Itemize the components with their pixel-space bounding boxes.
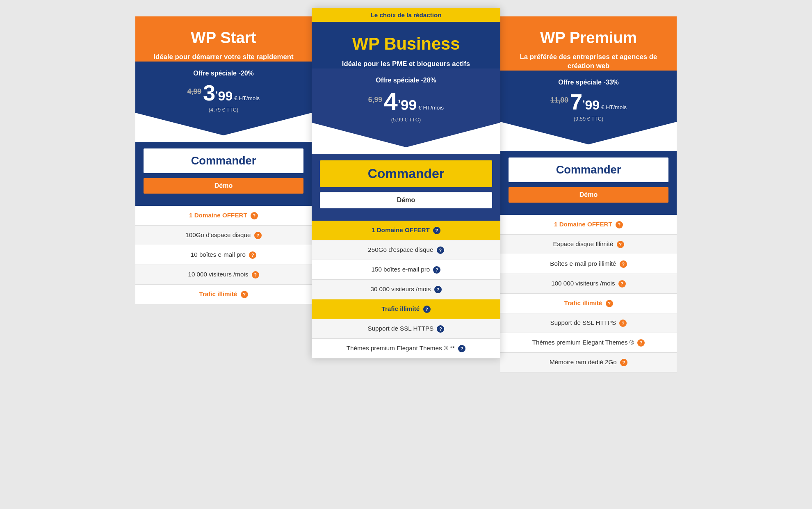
start-offer-label: Offre spéciale -20% xyxy=(144,70,303,77)
card-business-header: WP Business Idéale pour les PME et blogu… xyxy=(312,22,500,68)
premium-commander-button[interactable]: Commander xyxy=(509,157,668,182)
business-body-top: Commander Démo xyxy=(312,154,500,221)
plan-start-title: WP Start xyxy=(144,29,303,47)
card-wp-premium: WP Premium La préférée des entreprises e… xyxy=(500,16,677,372)
business-features: 1 Domaine OFFERT ? 250Go d'espace disque… xyxy=(312,221,500,358)
list-item: 250Go d'espace disque ? xyxy=(312,240,500,260)
premium-price-ttc: (9,59 € TTC) xyxy=(509,116,668,122)
list-item: Trafic illimité ? xyxy=(312,299,500,319)
question-icon[interactable]: ? xyxy=(433,266,440,274)
question-icon[interactable]: ? xyxy=(606,300,613,307)
business-price-old: 6,99 xyxy=(368,96,382,104)
question-icon[interactable]: ? xyxy=(437,325,444,333)
card-wp-start: WP Start Idéale pour démarrer votre site… xyxy=(135,16,312,304)
start-price-ttc: (4,79 € TTC) xyxy=(144,107,303,113)
business-offer-label: Offre spéciale -28% xyxy=(320,77,492,84)
list-item: Espace disque Illimité ? xyxy=(500,235,677,254)
business-commander-button[interactable]: Commander xyxy=(320,160,492,187)
start-chevron: Offre spéciale -20% 4,99 3,99 € HT/mois … xyxy=(135,62,312,113)
premium-price-suffix: € HT/mois xyxy=(601,104,627,111)
list-item: 1 Domaine OFFERT ? xyxy=(500,215,677,235)
question-icon[interactable]: ? xyxy=(620,359,627,366)
list-item: Trafic illimité ? xyxy=(135,285,312,304)
list-item: 150 boîtes e-mail pro ? xyxy=(312,260,500,280)
plan-business-subtitle: Idéale pour les PME et blogueurs actifs xyxy=(320,59,492,68)
list-item: Boîtes e-mail pro illimité ? xyxy=(500,254,677,274)
plan-premium-subtitle: La préférée des entreprises et agences d… xyxy=(509,52,668,71)
list-item: Trafic illimité ? xyxy=(500,294,677,313)
list-item: Thèmes premium Elegant Themes ® ** ? xyxy=(312,339,500,358)
business-price-suffix: € HT/mois xyxy=(418,105,444,111)
list-item: Support de SSL HTTPS ? xyxy=(500,313,677,333)
question-icon[interactable]: ? xyxy=(249,251,256,259)
list-item: 1 Domaine OFFERT ? xyxy=(135,206,312,226)
question-icon[interactable]: ? xyxy=(437,247,444,254)
question-icon[interactable]: ? xyxy=(616,221,623,228)
start-commander-button[interactable]: Commander xyxy=(144,148,303,173)
question-icon[interactable]: ? xyxy=(251,212,258,219)
question-icon[interactable]: ? xyxy=(423,306,431,313)
pricing-container: WP Start Idéale pour démarrer votre site… xyxy=(119,16,693,372)
list-item: Mémoire ram dédié 2Go ? xyxy=(500,353,677,372)
list-item: 10 boîtes e-mail pro ? xyxy=(135,245,312,265)
question-icon[interactable]: ? xyxy=(458,345,465,352)
editorial-badge: Le choix de la rédaction xyxy=(312,8,500,22)
question-icon[interactable]: ? xyxy=(434,286,442,293)
start-price-suffix: € HT/mois xyxy=(234,95,260,102)
business-price-new: 4,99 xyxy=(384,89,417,114)
card-premium-header: WP Premium La préférée des entreprises e… xyxy=(500,16,677,71)
list-item: Thèmes premium Elegant Themes ® ? xyxy=(500,333,677,353)
premium-body-top: Commander Démo xyxy=(500,151,677,215)
premium-offer-label: Offre spéciale -33% xyxy=(509,79,668,86)
plan-start-subtitle: Idéale pour démarrer votre site rapideme… xyxy=(144,52,303,62)
premium-chevron: Offre spéciale -33% 11,99 7,99 € HT/mois… xyxy=(500,71,677,122)
business-demo-button[interactable]: Démo xyxy=(320,192,492,208)
list-item: 10 000 visiteurs /mois ? xyxy=(135,265,312,285)
start-body-top: Commander Démo xyxy=(135,142,312,206)
question-icon[interactable]: ? xyxy=(618,280,626,288)
start-demo-button[interactable]: Démo xyxy=(144,178,303,194)
business-chevron: Offre spéciale -28% 6,99 4,99 € HT/mois … xyxy=(312,68,500,123)
list-item: 100Go d'espace disque ? xyxy=(135,226,312,245)
list-item: Support de SSL HTTPS ? xyxy=(312,319,500,339)
question-icon[interactable]: ? xyxy=(637,339,645,347)
list-item: 1 Domaine OFFERT ? xyxy=(312,221,500,240)
plan-premium-title: WP Premium xyxy=(509,29,668,47)
premium-price-old: 11,99 xyxy=(550,96,568,105)
card-wp-business: Le choix de la rédaction WP Business Idé… xyxy=(312,8,500,358)
question-icon[interactable]: ? xyxy=(252,271,259,278)
question-icon[interactable]: ? xyxy=(617,241,624,248)
question-icon[interactable]: ? xyxy=(241,291,248,298)
question-icon[interactable]: ? xyxy=(619,320,627,327)
question-icon[interactable]: ? xyxy=(254,232,262,239)
list-item: 30 000 visiteurs /mois ? xyxy=(312,280,500,299)
start-price-old: 4,99 xyxy=(187,87,201,96)
premium-price-new: 7,99 xyxy=(570,91,600,113)
plan-business-title: WP Business xyxy=(320,34,492,54)
start-price-block: 4,99 3,99 € HT/mois (4,79 € TTC) xyxy=(144,82,303,113)
question-icon[interactable]: ? xyxy=(433,227,440,234)
business-price-ttc: (5,99 € TTC) xyxy=(320,116,492,123)
start-price-new: 3,99 xyxy=(203,82,233,104)
premium-features: 1 Domaine OFFERT ? Espace disque Illimit… xyxy=(500,215,677,372)
premium-demo-button[interactable]: Démo xyxy=(509,187,668,203)
start-features: 1 Domaine OFFERT ? 100Go d'espace disque… xyxy=(135,206,312,304)
card-start-header: WP Start Idéale pour démarrer votre site… xyxy=(135,16,312,62)
question-icon[interactable]: ? xyxy=(620,260,627,268)
list-item: 100 000 visiteurs /mois ? xyxy=(500,274,677,294)
